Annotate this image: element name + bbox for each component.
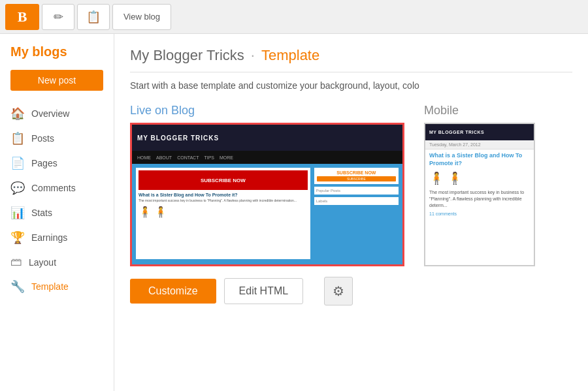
posts-icon: 📋 — [86, 10, 101, 24]
mobile-header-text: MY BLOGGER TRICKS — [429, 130, 484, 134]
blogger-logo-button[interactable]: B — [5, 4, 39, 30]
blogger-b-icon: B — [18, 8, 27, 25]
sidebar-title: My blogs — [0, 44, 114, 70]
preview-nav-tips: TIPS — [204, 155, 214, 160]
preview-nav-bar: HOME ABOUT CONTACT TIPS MORE — [132, 151, 402, 164]
preview-nav-contact: CONTACT — [177, 155, 199, 160]
comments-icon: 💬 — [10, 181, 25, 195]
earnings-icon: 🏆 — [10, 230, 25, 245]
layout-icon: 🗃 — [10, 255, 22, 269]
main-layout: My blogs New post 🏠 Overview 📋 Posts 📄 P… — [0, 34, 588, 391]
sidebar-item-layout-label: Layout — [29, 257, 56, 268]
preview-subscribe-widget: SUBSCRIBE NOW SUBSCRIBE — [314, 168, 399, 184]
preview-inner: MY BLOGGER TRICKS HOME ABOUT CONTACT TIP… — [132, 125, 402, 264]
preview-nav-about: ABOUT — [156, 155, 172, 160]
widget-text-2: Labels — [316, 199, 397, 203]
header-section: Template — [261, 47, 319, 64]
gear-icon: ⚙ — [333, 283, 344, 299]
preview-figure: 🧍 🧍 — [139, 206, 308, 218]
mobile-date: Tuesday, March 27, 2012 — [425, 140, 534, 149]
preview-post-text: The most important success key in busine… — [139, 198, 308, 203]
mobile-section-label: Mobile — [424, 104, 572, 117]
edit-button[interactable]: ✏ — [42, 4, 74, 30]
sidebar-item-pages[interactable]: 📄 Pages — [0, 151, 114, 176]
mobile-post-title: What is a Sister Blog and How To Promote… — [425, 149, 534, 168]
mobile-figure-icon-2: 🧍 — [448, 171, 462, 185]
preview-widget-1: Popular Posts — [314, 187, 399, 195]
subscribe-btn-mini: SUBSCRIBE — [317, 176, 396, 181]
mobile-preview-thumbnail[interactable]: MY BLOGGER TRICKS Tuesday, March 27, 201… — [424, 123, 535, 266]
preview-banner: SUBSCRIBE NOW — [139, 170, 308, 190]
preview-main-content: SUBSCRIBE NOW What is a Sister Blog and … — [136, 168, 310, 259]
preview-sidebar-content: SUBSCRIBE NOW SUBSCRIBE Popular Posts La… — [314, 168, 399, 259]
content-area: My Blogger Tricks · Template Start with … — [114, 34, 588, 391]
figure-icon-1: 🧍 — [139, 206, 152, 218]
preview-banner-text: SUBSCRIBE NOW — [201, 178, 246, 183]
mobile-preview-section: Mobile MY BLOGGER TRICKS Tuesday, March … — [424, 104, 572, 266]
preview-logo: MY BLOGGER TRICKS — [137, 134, 219, 142]
subscribe-title: SUBSCRIBE NOW — [317, 170, 396, 175]
sidebar-item-overview-label: Overview — [31, 108, 69, 119]
posts-nav-icon: 📋 — [10, 131, 25, 146]
mobile-figure-icon-1: 🧍 — [429, 171, 444, 185]
posts-button[interactable]: 📋 — [77, 4, 110, 30]
sidebar-item-stats[interactable]: 📊 Stats — [0, 200, 114, 225]
overview-icon: 🏠 — [10, 106, 25, 121]
view-blog-label: View blog — [123, 12, 160, 22]
edit-icon: ✏ — [54, 10, 63, 24]
preview-footer: REPLY — [132, 263, 402, 264]
sidebar-item-stats-label: Stats — [31, 208, 52, 218]
mobile-post-text: The most important success key in busine… — [425, 188, 534, 210]
stats-icon: 📊 — [10, 206, 25, 220]
mobile-header: MY BLOGGER TRICKS — [425, 124, 534, 140]
action-buttons: Customize Edit HTML ⚙ — [130, 277, 572, 305]
edit-html-button[interactable]: Edit HTML — [224, 278, 304, 304]
subtitle-text: Start with a base template and customize… — [130, 80, 572, 91]
preview-post-title: What is a Sister Blog and How To Promote… — [139, 193, 308, 197]
sidebar-item-layout[interactable]: 🗃 Layout — [0, 250, 114, 274]
preview-widget-2: Labels — [314, 197, 399, 205]
toolbar: B ✏ 📋 View blog — [0, 0, 588, 34]
sidebar-item-comments-label: Comments — [31, 183, 76, 193]
customize-button[interactable]: Customize — [130, 279, 216, 304]
page-header: My Blogger Tricks · Template — [130, 47, 572, 72]
blog-name: My Blogger Tricks — [130, 47, 244, 64]
preview-content-area: SUBSCRIBE NOW What is a Sister Blog and … — [132, 164, 402, 263]
previews-row: Live on Blog MY BLOGGER TRICKS HOME ABOU… — [130, 104, 572, 266]
pages-icon: 📄 — [10, 156, 25, 170]
header-dot: · — [251, 47, 255, 64]
sidebar-item-posts[interactable]: 📋 Posts — [0, 126, 114, 151]
preview-nav-more: MORE — [220, 155, 233, 160]
new-post-button[interactable]: New post — [10, 70, 103, 91]
sidebar-item-earnings[interactable]: 🏆 Earnings — [0, 225, 114, 250]
live-preview-section: Live on Blog MY BLOGGER TRICKS HOME ABOU… — [130, 104, 404, 266]
sidebar-item-template-label: Template — [31, 281, 69, 292]
sidebar-item-pages-label: Pages — [31, 158, 57, 168]
preview-nav-home: HOME — [137, 155, 151, 160]
mobile-figure: 🧍 🧍 — [425, 168, 534, 188]
sidebar: My blogs New post 🏠 Overview 📋 Posts 📄 P… — [0, 34, 114, 391]
gear-button[interactable]: ⚙ — [324, 277, 353, 305]
mobile-read-more[interactable]: 11 comments — [425, 210, 534, 217]
live-section-label: Live on Blog — [130, 104, 404, 117]
sidebar-item-posts-label: Posts — [31, 133, 54, 144]
view-blog-button[interactable]: View blog — [112, 4, 171, 30]
widget-text: Popular Posts — [316, 189, 397, 193]
sidebar-item-overview[interactable]: 🏠 Overview — [0, 101, 114, 126]
preview-header-bar: MY BLOGGER TRICKS — [132, 125, 402, 151]
template-icon: 🔧 — [10, 279, 25, 294]
sidebar-item-earnings-label: Earnings — [31, 232, 67, 243]
sidebar-item-comments[interactable]: 💬 Comments — [0, 176, 114, 200]
blog-preview-thumbnail[interactable]: MY BLOGGER TRICKS HOME ABOUT CONTACT TIP… — [130, 123, 404, 266]
sidebar-nav: 🏠 Overview 📋 Posts 📄 Pages 💬 Comments 📊 … — [0, 101, 114, 299]
sidebar-item-template[interactable]: 🔧 Template — [0, 274, 114, 299]
figure-icon-2: 🧍 — [154, 206, 167, 218]
